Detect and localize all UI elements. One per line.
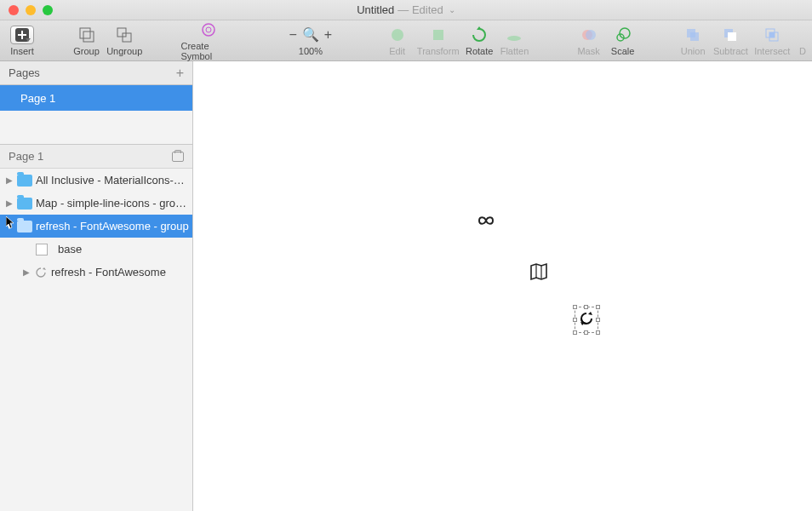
svg-rect-7 xyxy=(433,30,443,40)
scale-button[interactable]: Scale xyxy=(606,24,640,58)
subtract-button[interactable]: Subtract xyxy=(710,24,751,58)
svg-rect-14 xyxy=(690,32,699,41)
canvas-object-refresh-selected[interactable] xyxy=(575,307,598,333)
rotate-icon xyxy=(471,26,488,44)
difference-button[interactable]: D xyxy=(793,24,807,58)
canvas-object-map[interactable] xyxy=(529,262,549,284)
ungroup-label: Ungroup xyxy=(106,46,142,56)
mask-button[interactable]: Mask xyxy=(572,24,606,58)
document-name: Untitled xyxy=(357,3,394,16)
minimize-window-button[interactable] xyxy=(26,5,36,15)
svg-rect-2 xyxy=(117,28,126,37)
canvas-object-infinity[interactable] xyxy=(476,215,496,229)
disclosure-triangle-icon[interactable]: ▶ xyxy=(5,175,14,185)
layer-row-selected[interactable]: ▼ refresh - FontAwesome - group xyxy=(0,215,192,238)
selection-handle[interactable] xyxy=(584,305,588,309)
symbol-icon xyxy=(200,20,217,39)
group-button[interactable]: Group xyxy=(70,24,104,58)
canvas[interactable] xyxy=(193,61,812,511)
transform-button[interactable]: Transform xyxy=(415,24,462,58)
title-bar: Untitled — Edited ⌄ xyxy=(0,0,812,20)
zoom-out-button[interactable]: − xyxy=(286,27,300,43)
zoom-level: 100% xyxy=(299,46,323,56)
transform-icon xyxy=(430,26,447,44)
add-page-button[interactable]: + xyxy=(176,66,184,81)
refresh-icon xyxy=(579,311,594,326)
selection-handle[interactable] xyxy=(584,330,588,335)
layer-name: refresh - FontAwesome - group xyxy=(36,220,192,233)
layer-name: base xyxy=(58,243,192,256)
svg-rect-1 xyxy=(83,32,94,42)
insert-button[interactable]: Insert xyxy=(5,24,39,58)
svg-point-10 xyxy=(586,30,596,40)
selection-handle[interactable] xyxy=(596,330,600,335)
intersect-button[interactable]: Intersect xyxy=(752,24,793,58)
document-title[interactable]: Untitled — Edited ⌄ xyxy=(357,3,455,16)
disclosure-triangle-icon[interactable]: ▶ xyxy=(5,198,14,208)
document-status: — Edited xyxy=(397,3,443,16)
pages-header: Pages + xyxy=(0,61,192,85)
intersect-label: Intersect xyxy=(754,46,790,56)
svg-point-5 xyxy=(206,27,211,32)
subtract-icon xyxy=(722,26,739,44)
rotate-label: Rotate xyxy=(466,46,493,56)
close-window-button[interactable] xyxy=(9,5,19,15)
scale-label: Scale xyxy=(611,46,635,56)
svg-rect-16 xyxy=(728,32,736,41)
svg-point-12 xyxy=(620,28,630,38)
page-item[interactable]: Page 1 xyxy=(0,85,192,111)
group-label: Group xyxy=(73,46,100,56)
svg-point-4 xyxy=(203,24,214,36)
svg-rect-0 xyxy=(80,28,90,38)
folder-icon xyxy=(17,221,32,233)
ungroup-button[interactable]: Ungroup xyxy=(104,24,146,58)
zoom-control[interactable]: − 🔍 + 100% xyxy=(283,24,338,58)
artboard-name: Page 1 xyxy=(9,150,43,163)
page-name: Page 1 xyxy=(20,92,55,105)
selection-handle[interactable] xyxy=(596,305,600,309)
insert-label: Insert xyxy=(10,46,34,56)
selection-handle[interactable] xyxy=(596,318,600,322)
maximize-window-button[interactable] xyxy=(43,5,53,15)
layer-name: Map - simple-line-icons - gro… xyxy=(36,197,192,210)
selection-handle[interactable] xyxy=(573,330,577,335)
selection-handle[interactable] xyxy=(573,305,577,309)
layer-row[interactable]: ▶ All Inclusive - MaterialIcons-… xyxy=(0,169,192,192)
subtract-label: Subtract xyxy=(713,46,748,56)
union-icon xyxy=(684,26,701,44)
folder-icon xyxy=(17,175,32,187)
group-icon xyxy=(78,26,95,44)
svg-rect-19 xyxy=(769,32,775,37)
edit-button[interactable]: Edit xyxy=(380,24,415,58)
transform-label: Transform xyxy=(417,46,460,56)
flatten-icon xyxy=(506,26,523,44)
layers-header: Page 1 xyxy=(0,145,192,169)
create-symbol-button[interactable]: Create Symbol xyxy=(176,19,242,63)
intersect-icon xyxy=(763,26,781,44)
mask-icon xyxy=(580,26,598,44)
scale-icon xyxy=(615,26,632,44)
artboard-icon[interactable] xyxy=(172,152,184,162)
rotate-button[interactable]: Rotate xyxy=(462,24,497,58)
selection-handle[interactable] xyxy=(573,318,577,322)
layer-row[interactable]: ▶ Map - simple-line-icons - gro… xyxy=(0,192,192,215)
folder-icon xyxy=(17,198,32,210)
layer-name: All Inclusive - MaterialIcons-… xyxy=(36,174,192,187)
magnifier-icon: 🔍 xyxy=(302,26,319,43)
flatten-button[interactable]: Flatten xyxy=(497,24,533,58)
layer-row[interactable]: base xyxy=(0,238,192,261)
svg-point-6 xyxy=(392,29,403,41)
cursor-icon xyxy=(6,216,16,230)
mask-label: Mask xyxy=(577,46,599,56)
shape-icon xyxy=(34,266,48,279)
layer-row[interactable]: ▶ refresh - FontAwesome xyxy=(0,261,192,284)
union-button[interactable]: Union xyxy=(676,24,710,58)
pages-label: Pages xyxy=(9,66,40,79)
window-controls xyxy=(0,5,53,15)
disclosure-triangle-icon[interactable]: ▶ xyxy=(22,267,31,277)
rectangle-icon xyxy=(36,244,48,256)
zoom-in-button[interactable]: + xyxy=(321,27,335,43)
union-label: Union xyxy=(681,46,706,56)
layer-name: refresh - FontAwesome xyxy=(51,266,192,278)
svg-point-8 xyxy=(507,36,521,41)
